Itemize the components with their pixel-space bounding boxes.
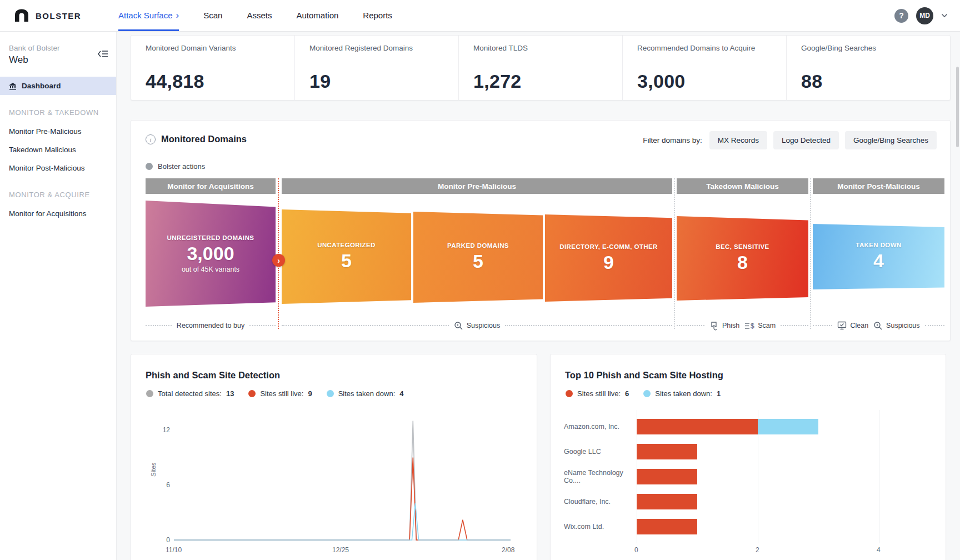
- sidebar-item-takedown-malicious[interactable]: Takedown Malicious: [0, 141, 116, 159]
- footer-label: Suspicious: [467, 322, 500, 329]
- stat-label: Monitored TLDS: [473, 44, 622, 52]
- segment-value: 4: [873, 250, 884, 272]
- line-series: [174, 503, 511, 540]
- help-icon[interactable]: ?: [894, 9, 908, 23]
- chevron-right-icon: ›: [176, 11, 179, 20]
- funnel-segment-directory-ecomm-other[interactable]: DIRECTORY, E-COMM, OTHER 9: [545, 214, 672, 302]
- dotted-divider: [813, 325, 832, 326]
- sidebar-item-label: Dashboard: [22, 82, 61, 90]
- legend-dot: [643, 390, 651, 397]
- stats-summary-card: Monitored Domain Variants 44,818 Monitor…: [131, 35, 951, 101]
- footer-item-phish: Phish: [709, 321, 739, 331]
- legend-sites-taken-down: Sites taken down: 4: [327, 389, 404, 398]
- funnel-segment-bec-sensitive[interactable]: BEC, SENSITIVE 8: [677, 216, 808, 301]
- bar-live: [637, 519, 697, 534]
- bar-live: [637, 419, 758, 434]
- legend-value: 6: [625, 389, 629, 398]
- bar-row-google: Google LLC: [564, 444, 697, 459]
- segment-label: UNCATEGORIZED: [317, 242, 376, 248]
- bar-track: [637, 419, 818, 434]
- phish-icon: [709, 321, 719, 331]
- legend-value: 4: [399, 389, 403, 398]
- filter-mx-records-button[interactable]: MX Records: [709, 131, 767, 149]
- stat-value: 1,272: [473, 71, 522, 92]
- tab-label: Reports: [363, 11, 392, 20]
- bar-category-label: Wix.com Ltd.: [564, 523, 637, 531]
- funnel-segment-unregistered-domains[interactable]: UNREGISTERED DOMAINS 3,000 out of 45K va…: [146, 201, 276, 307]
- footer-item-clean: Clean: [837, 321, 868, 330]
- legend-dot: [146, 163, 153, 170]
- filter-google-bing-button[interactable]: Google/Bing Searches: [845, 131, 937, 149]
- gridline: [879, 410, 879, 543]
- brand: BOLSTER: [0, 0, 103, 31]
- stat-value: 3,000: [637, 71, 686, 92]
- footer-item-suspicious: Suspicious: [454, 321, 500, 331]
- info-icon[interactable]: i: [146, 134, 156, 144]
- footer-label: Phish: [722, 322, 739, 329]
- segment-label: BEC, SENSITIVE: [716, 243, 769, 250]
- x-tick: 2: [756, 546, 759, 554]
- bar-track: [637, 519, 697, 534]
- tab-attack-surface[interactable]: Attack Surface ›: [118, 0, 179, 31]
- bar-live: [637, 494, 697, 509]
- segment-value: 5: [341, 250, 352, 272]
- y-tick: 6: [156, 481, 170, 489]
- y-tick: 0: [156, 536, 170, 544]
- primary-tabs: Attack Surface › Scan Assets Automation …: [118, 0, 392, 31]
- acquisitions-next-button[interactable]: ›: [272, 254, 285, 267]
- bar-live: [637, 469, 697, 484]
- scrollbar-thumb[interactable]: [956, 67, 959, 147]
- stat-value: 19: [309, 71, 331, 92]
- footer-item-scam: $ Scam: [744, 322, 776, 330]
- segment-value: 3,000: [187, 243, 234, 264]
- x-tick: 0: [634, 546, 638, 554]
- line-series: [174, 458, 511, 541]
- bar-track: [637, 469, 697, 484]
- sidebar-item-monitor-post-malicious[interactable]: Monitor Post-Malicious: [0, 159, 116, 177]
- clean-icon: [837, 321, 847, 330]
- sidebar-item-dashboard[interactable]: Dashboard: [0, 77, 116, 95]
- x-tick: 11/10: [166, 546, 182, 554]
- funnel-segment-uncategorized[interactable]: UNCATEGORIZED 5: [282, 209, 411, 304]
- chevron-down-icon[interactable]: [941, 13, 948, 18]
- column-header-monitor-pre-malicious: Monitor Pre-Malicious: [282, 178, 672, 194]
- segment-value: 8: [737, 252, 748, 273]
- footer-item-suspicious: Suspicious: [873, 321, 919, 331]
- segment-label: PARKED DOMAINS: [447, 242, 509, 249]
- phish-scam-detection-panel: Phish and Scam Site Detection Total dete…: [131, 354, 537, 560]
- detection-line-chart: [174, 419, 511, 547]
- sidebar-item-monitor-for-acquisitions[interactable]: Monitor for Acquisitions: [0, 204, 116, 223]
- bolster-actions-legend: Bolster actions: [146, 162, 205, 171]
- suspicious-icon: [454, 321, 463, 331]
- avatar[interactable]: MD: [916, 7, 933, 24]
- tab-scan[interactable]: Scan: [203, 0, 222, 31]
- legend-sites-still-live: Sites still live: 6: [566, 389, 629, 398]
- funnel-segment-taken-down[interactable]: TAKEN DOWN 4: [813, 224, 944, 289]
- sidebar-item-monitor-pre-malicious[interactable]: Monitor Pre-Malicious: [0, 122, 116, 141]
- workspace-switcher: Bank of Bolster Web: [0, 32, 116, 77]
- tab-automation[interactable]: Automation: [296, 0, 338, 31]
- sidebar-collapse-icon[interactable]: [97, 49, 108, 58]
- footer-label: Scam: [758, 322, 776, 329]
- x-tick: 12/25: [332, 546, 349, 554]
- chart-title: Top 10 Phish and Scam Site Hosting: [565, 370, 723, 381]
- chart-title: Phish and Scam Site Detection: [146, 370, 280, 381]
- bar-category-label: Amazon.com, Inc.: [564, 423, 637, 431]
- funnel-segment-parked-domains[interactable]: PARKED DOMAINS 5: [413, 212, 543, 303]
- segment-value: 5: [473, 251, 483, 272]
- dotted-divider: [505, 325, 672, 326]
- legend-sites-still-live: Sites still live: 9: [248, 389, 312, 398]
- tab-assets[interactable]: Assets: [247, 0, 272, 31]
- section-divider: [674, 178, 675, 329]
- legend-dot: [327, 390, 334, 397]
- filter-logo-detected-button[interactable]: Logo Detected: [773, 131, 839, 149]
- top-nav: BOLSTER Attack Surface › Scan Assets Aut…: [0, 0, 960, 32]
- bar-row-wix: Wix.com Ltd.: [564, 519, 697, 534]
- bar-live: [637, 444, 697, 459]
- workspace-name: Web: [9, 54, 107, 66]
- legend-value: 9: [308, 389, 312, 398]
- footer-takedown-malicious: Phish $ Scam: [677, 319, 808, 332]
- stat-label: Monitored Domain Variants: [146, 44, 294, 52]
- tab-reports[interactable]: Reports: [363, 0, 392, 31]
- filter-label: Filter domains by:: [643, 136, 702, 144]
